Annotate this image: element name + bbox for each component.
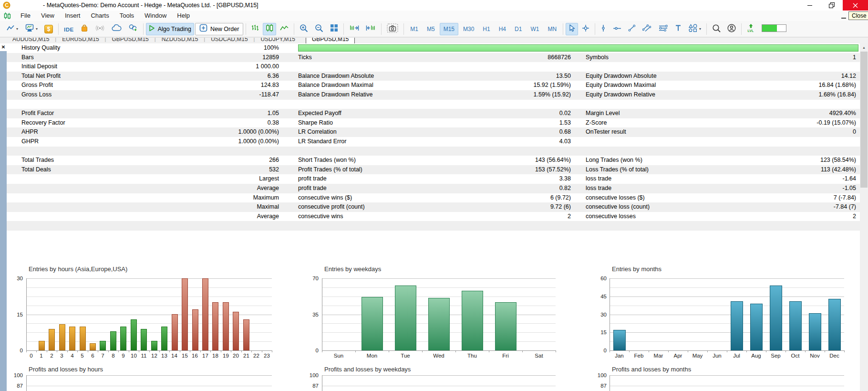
vps-cloud-button[interactable]	[109, 23, 124, 35]
menu-tools[interactable]: Tools	[114, 12, 139, 19]
shapes-button[interactable]: ▾	[685, 23, 704, 35]
new-order-button[interactable]: New Order	[195, 23, 243, 35]
mdi-minimize-icon[interactable]	[841, 18, 846, 19]
scroll-up-arrow-icon[interactable]: ▲	[860, 43, 868, 52]
x-axis-label: 12	[149, 353, 159, 359]
chart-title: Profits and losses by weekdays	[324, 366, 411, 373]
empty-row	[7, 100, 860, 109]
axis-tick	[844, 350, 845, 352]
bar-14	[172, 314, 178, 350]
channel-button[interactable]	[640, 23, 654, 35]
cursor-button[interactable]	[566, 23, 578, 35]
auto-scroll-button[interactable]	[363, 23, 379, 35]
menu-view[interactable]: View	[36, 12, 60, 19]
y-axis-label: 87	[590, 382, 607, 389]
bar-tue	[395, 285, 416, 350]
close-button[interactable]	[843, 0, 868, 11]
profiles-button[interactable]: ▾	[22, 23, 41, 35]
axis-tick	[422, 350, 423, 352]
timeframe-d1[interactable]: D1	[511, 23, 526, 35]
menu-insert[interactable]: Insert	[60, 12, 86, 19]
crosshair-button[interactable]	[579, 23, 592, 35]
y-axis-label: 0	[302, 347, 319, 354]
shift-chart-end-button[interactable]	[346, 23, 362, 35]
chart-tab-audusd-m15[interactable]: AUDUSD,M15	[7, 37, 55, 43]
chart-style-button[interactable]: ▾	[3, 23, 21, 35]
stat-value: -1.64	[748, 174, 856, 184]
menu-file[interactable]: File	[15, 12, 36, 19]
tile-windows-button[interactable]	[327, 23, 341, 35]
menu-window[interactable]: Window	[139, 12, 172, 19]
stat-label: LR Standard Error	[298, 137, 460, 147]
chart-tab-gbpusd-m15[interactable]: GBPUSD,M15	[306, 37, 355, 43]
restore-button[interactable]	[821, 0, 843, 11]
stat-value: 0	[748, 127, 856, 137]
scrollbar-thumb[interactable]	[860, 52, 868, 188]
bar-wed	[428, 298, 450, 350]
chart-tab-gbpusd-m15[interactable]: GBPUSD,M15	[106, 37, 154, 43]
table-row: Total Trades266Short Trades (won %)143 (…	[7, 156, 860, 165]
timeframe-m1[interactable]: M1	[406, 23, 422, 35]
x-axis-label: 15	[180, 353, 190, 359]
toolbar-group-1: IDE	[61, 21, 141, 37]
connection-status[interactable]	[759, 23, 789, 35]
bar-8	[110, 331, 116, 350]
bar-thu	[462, 291, 483, 350]
timeframe-m30[interactable]: M30	[459, 23, 478, 35]
chart-tab-usdjpy-m15[interactable]: USDJPY,M15	[255, 37, 300, 43]
stat-label: Gross Loss	[21, 90, 179, 100]
x-axis-label: 10	[129, 353, 139, 359]
stat-label: Expected Payoff	[298, 109, 460, 118]
timeframe-h1[interactable]: H1	[479, 23, 494, 35]
copy-trading-button[interactable]	[125, 23, 141, 35]
menu-charts[interactable]: Charts	[85, 12, 114, 19]
bar-chart-button[interactable]	[248, 23, 262, 35]
x-axis-label: 9	[118, 353, 128, 359]
stat-label	[586, 137, 748, 147]
timeframe-mn[interactable]: MN	[544, 23, 560, 35]
stat-label	[21, 212, 179, 222]
svg-text:LVL: LVL	[748, 29, 754, 32]
market-watch-button[interactable]: $	[41, 23, 56, 35]
toolbar-separator	[595, 23, 595, 35]
chart-tab-eurusd-m15[interactable]: EURUSD,M15	[56, 37, 104, 43]
timeframe-h4[interactable]: H4	[495, 23, 510, 35]
metaeditor-button[interactable]: IDE	[61, 23, 77, 35]
algo-trading-button[interactable]: Algo Trading	[146, 23, 194, 35]
gridline	[26, 386, 272, 386]
zoom-out-button[interactable]	[312, 23, 326, 35]
account-button[interactable]	[724, 23, 739, 35]
x-axis-label: Oct	[785, 353, 805, 359]
gridline	[26, 296, 272, 297]
vertical-line-button[interactable]	[598, 23, 609, 35]
stat-value: 1.59% (15.92)	[460, 90, 571, 100]
dropdown-arrow-icon: ▾	[36, 27, 38, 31]
text-label-button[interactable]	[672, 23, 684, 35]
stat-value: 15.92 (1.59%)	[460, 81, 571, 90]
x-axis-label: 19	[221, 353, 231, 359]
trendline-button[interactable]	[625, 23, 639, 35]
vertical-scrollbar[interactable]: ▲	[860, 43, 868, 391]
stat-value: -118.47	[179, 90, 279, 100]
line-chart-button[interactable]	[277, 23, 291, 35]
chart-tab-nzdusd-m15[interactable]: NZDUSD,M15	[156, 37, 204, 43]
levels-status[interactable]: LVL	[744, 23, 758, 35]
menu-help[interactable]: Help	[172, 12, 195, 19]
gridline	[322, 386, 556, 386]
minimize-button[interactable]	[799, 0, 821, 11]
screenshot-button[interactable]	[384, 23, 401, 35]
stat-label	[21, 174, 179, 184]
candle-chart-button[interactable]	[263, 23, 276, 35]
report-close-button[interactable]: ✕	[0, 43, 7, 51]
market-button[interactable]	[78, 23, 91, 35]
signals-button[interactable]	[92, 23, 108, 35]
timeframe-m15[interactable]: M15	[440, 23, 458, 35]
timeframe-w1[interactable]: W1	[527, 23, 543, 35]
zoom-in-button[interactable]	[297, 23, 311, 35]
fibonacci-button[interactable]	[655, 23, 671, 35]
bar-mon	[362, 297, 383, 350]
search-button[interactable]	[709, 23, 723, 35]
chart-tab-usdcad-m15[interactable]: USDCAD,M15	[205, 37, 253, 43]
timeframe-m5[interactable]: M5	[423, 23, 439, 35]
horizontal-line-button[interactable]	[610, 23, 624, 35]
